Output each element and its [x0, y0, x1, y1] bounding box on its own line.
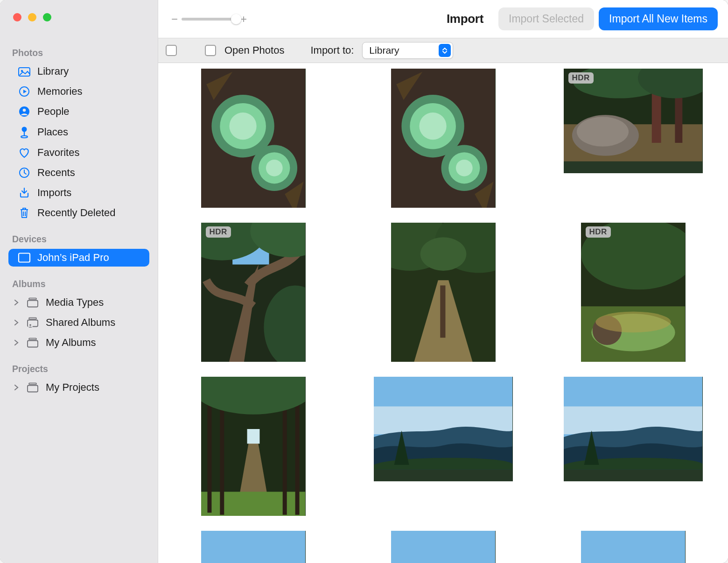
photo-grid: HDRHDRHDR [158, 69, 728, 563]
svg-rect-17 [29, 383, 36, 384]
select-all-checkbox[interactable] [166, 45, 177, 56]
photo-thumbnail[interactable] [581, 531, 686, 563]
import-selected-button[interactable]: Import Selected [498, 7, 594, 30]
sidebar-section-photos-label: Photos [0, 43, 158, 61]
toolbar: − + Import Import Selected Import All Ne… [158, 0, 728, 38]
import-to-value: Library [369, 45, 436, 56]
zoom-out-button[interactable]: − [171, 14, 178, 25]
sidebar-item-label: Places [37, 126, 68, 138]
sidebar-item-library[interactable]: Library [8, 63, 149, 80]
sidebar-item-memories[interactable]: Memories [8, 83, 149, 100]
sidebar-item-people[interactable]: People [8, 103, 149, 120]
sidebar-item-label: Media Types [46, 296, 104, 309]
photo-grid-scroll[interactable]: HDRHDRHDR [158, 63, 728, 563]
hdr-badge: HDR [206, 226, 231, 238]
photo-thumbnail[interactable] [391, 223, 496, 362]
sidebar-item-label: My Projects [46, 381, 99, 394]
select-stepper-icon [439, 44, 451, 57]
svg-rect-18 [28, 385, 38, 392]
import-icon [18, 187, 31, 199]
fullscreen-window-button[interactable] [43, 13, 51, 21]
photo-thumbnail[interactable]: HDR [564, 69, 703, 173]
open-photos-checkbox[interactable] [205, 45, 216, 56]
sidebar-item-label: Library [37, 65, 69, 77]
svg-point-5 [22, 127, 27, 132]
sidebar: Photos Library Memories People Places [0, 0, 158, 563]
zoom-slider[interactable] [182, 18, 237, 21]
zoom-in-button[interactable]: + [240, 14, 247, 25]
ipad-icon [18, 253, 31, 263]
chevron-right-icon[interactable] [14, 384, 21, 391]
stack-icon [26, 382, 39, 393]
photo-thumbnail[interactable] [374, 377, 513, 481]
import-to-select[interactable]: Library [362, 42, 453, 59]
sidebar-section-projects-label: Projects [0, 359, 158, 377]
stack-icon [26, 338, 39, 348]
sidebar-item-my-projects[interactable]: My Projects [8, 379, 149, 396]
svg-rect-8 [19, 253, 30, 262]
svg-rect-11 [29, 317, 36, 319]
svg-rect-16 [28, 340, 38, 347]
svg-rect-9 [29, 298, 36, 299]
stack-icon [26, 297, 39, 308]
svg-rect-10 [28, 300, 38, 307]
sidebar-item-label: My Albums [46, 337, 96, 349]
sidebar-item-favorites[interactable]: Favorites [8, 144, 149, 162]
open-photos-label: Open Photos [224, 44, 284, 56]
main-content: − + Import Import Selected Import All Ne… [158, 0, 728, 563]
places-icon [18, 126, 31, 139]
sidebar-section-albums-label: Albums [0, 274, 158, 292]
svg-point-14 [29, 324, 31, 326]
window-traffic-lights [0, 13, 158, 21]
sidebar-item-media-types[interactable]: Media Types [8, 294, 149, 311]
heart-icon [18, 147, 31, 158]
sidebar-item-label: Imports [37, 187, 71, 199]
sidebar-item-label: John’s iPad Pro [37, 252, 109, 264]
memories-icon [18, 85, 31, 98]
hdr-badge: HDR [568, 72, 594, 84]
zoom-slider-knob[interactable] [231, 14, 241, 24]
sidebar-item-label: Memories [37, 85, 83, 98]
photo-thumbnail[interactable]: HDR [201, 223, 306, 362]
sidebar-item-shared-albums[interactable]: Shared Albums [8, 314, 149, 331]
svg-point-4 [23, 108, 26, 112]
photo-thumbnail[interactable]: HDR [581, 223, 686, 362]
page-title: Import [447, 12, 494, 26]
sidebar-item-imports[interactable]: Imports [8, 184, 149, 202]
library-icon [18, 66, 31, 77]
sidebar-item-places[interactable]: Places [8, 123, 149, 141]
sidebar-item-label: People [37, 106, 70, 118]
shared-album-icon [26, 317, 39, 328]
sidebar-item-my-albums[interactable]: My Albums [8, 334, 149, 352]
sidebar-item-label: Recents [37, 167, 75, 179]
sidebar-item-device-johns-ipad-pro[interactable]: John’s iPad Pro [8, 249, 149, 267]
chevron-right-icon[interactable] [14, 299, 21, 306]
sidebar-section-devices-label: Devices [0, 229, 158, 247]
zoom-slider-group: − + [171, 14, 247, 25]
photo-thumbnail[interactable] [391, 531, 496, 563]
app-window: Photos Library Memories People Places [0, 0, 728, 563]
trash-icon [18, 207, 31, 219]
sidebar-item-label: Favorites [37, 147, 79, 159]
photo-thumbnail[interactable] [201, 69, 306, 208]
chevron-right-icon[interactable] [14, 339, 21, 346]
hdr-badge: HDR [586, 226, 611, 238]
photo-thumbnail[interactable] [201, 531, 306, 563]
chevron-right-icon[interactable] [14, 319, 21, 326]
photo-thumbnail[interactable] [391, 69, 496, 208]
clock-icon [18, 167, 31, 179]
svg-rect-15 [29, 338, 36, 339]
sidebar-item-label: Recently Deleted [37, 207, 116, 219]
sidebar-item-label: Shared Albums [46, 317, 115, 329]
photo-thumbnail[interactable] [201, 377, 306, 516]
photo-thumbnail[interactable] [564, 377, 703, 481]
import-to-label: Import to: [310, 44, 354, 56]
sidebar-item-recently-deleted[interactable]: Recently Deleted [8, 204, 149, 222]
people-icon [18, 106, 31, 118]
minimize-window-button[interactable] [28, 13, 36, 21]
sidebar-item-recents[interactable]: Recents [8, 164, 149, 182]
import-options-bar: Open Photos Import to: Library [158, 38, 728, 63]
svg-point-6 [21, 135, 28, 137]
import-all-new-items-button[interactable]: Import All New Items [599, 7, 718, 30]
close-window-button[interactable] [13, 13, 21, 21]
